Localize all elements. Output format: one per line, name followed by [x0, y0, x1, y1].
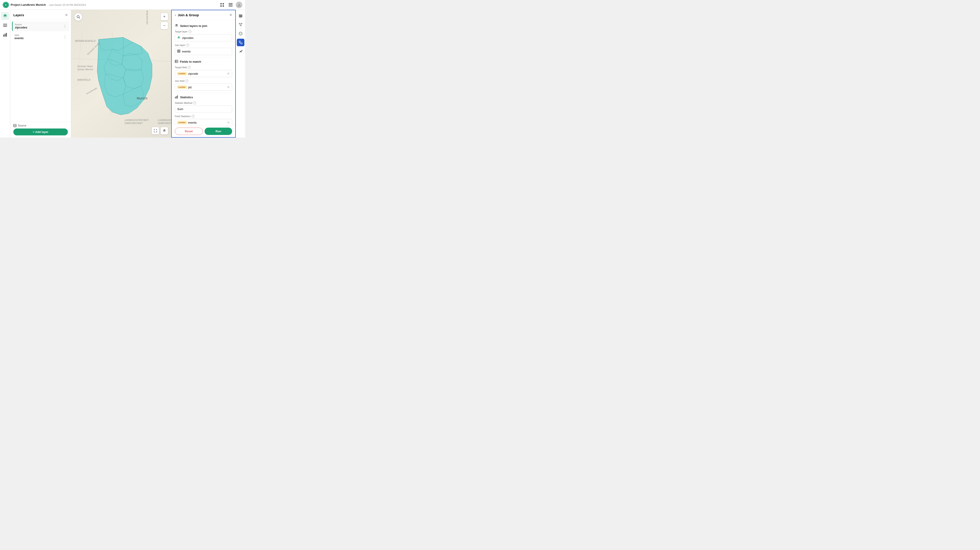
join-field-value: plz: [188, 86, 192, 89]
zoom-in-button[interactable]: +: [161, 13, 168, 21]
target-field-input[interactable]: number zipcode ✕: [175, 70, 232, 77]
join-layer-help-icon[interactable]: ?: [186, 44, 189, 47]
layer-menu-events[interactable]: ⋮: [63, 35, 67, 39]
style-sidebar-button[interactable]: [237, 30, 244, 37]
join-field-help-icon[interactable]: ?: [185, 79, 188, 83]
join-panel-footer: Reset Run: [172, 125, 235, 137]
add-layer-button[interactable]: + Add layer: [13, 129, 68, 135]
svg-rect-3: [220, 5, 222, 7]
svg-point-20: [77, 16, 79, 18]
field-statistics-label: Field Statistics ?: [175, 115, 232, 118]
map-label-munich: Munich: [137, 97, 148, 100]
map-layers-button[interactable]: [161, 127, 168, 135]
divider-2: [175, 93, 232, 93]
join-field-tag: number: [177, 86, 187, 89]
target-layer-help-icon[interactable]: ?: [188, 30, 191, 33]
map-label-berwiesenfeld: BERWIESENFELD: [75, 40, 95, 42]
svg-point-37: [240, 15, 240, 15]
field-statistics-input[interactable]: number events ✕: [175, 119, 232, 125]
join-panel-close-button[interactable]: ✕: [229, 13, 232, 17]
layers-header: Layers ✕: [10, 10, 71, 19]
svg-rect-9: [3, 24, 7, 24]
svg-rect-44: [239, 41, 240, 42]
database-icon: [13, 124, 16, 127]
map-label-german-heart: German HeartCenter Munich: [77, 65, 94, 71]
layer-type-events: table: [14, 34, 63, 37]
reset-button[interactable]: Reset: [175, 127, 203, 135]
svg-point-40: [239, 32, 242, 35]
main-layout: Layers ✕ feature zipcodes ⋮ table events…: [0, 10, 245, 138]
statistic-method-select[interactable]: Sum: [175, 106, 232, 113]
svg-rect-22: [177, 50, 180, 52]
svg-rect-12: [3, 35, 4, 37]
layer-name-events: events: [14, 37, 63, 40]
join-panel-body: Select layers to join Target layer ? zip…: [172, 20, 235, 125]
svg-point-47: [240, 52, 241, 52]
grid-icon-button[interactable]: [219, 2, 226, 8]
map-label-ludwigsvorstadt: LUDWIGSVORSTADT-ISARVORSTADT: [124, 119, 149, 125]
svg-line-21: [79, 17, 80, 19]
chart-nav-button[interactable]: [1, 31, 9, 39]
layers-nav-button[interactable]: [1, 12, 9, 20]
map-label-belgradstrasse: Belgradstraße: [146, 10, 148, 24]
map-bottom-controls: [152, 127, 168, 135]
svg-point-48: [242, 50, 242, 51]
layer-type-zipcodes: feature: [15, 23, 63, 26]
user-avatar[interactable]: [236, 2, 242, 8]
source-row: Source: [13, 124, 68, 127]
svg-rect-7: [229, 6, 232, 6]
join-layer-value: events: [182, 50, 230, 53]
svg-rect-6: [229, 5, 232, 5]
menu-nav-button[interactable]: [1, 21, 9, 29]
map-zoom-controls: + −: [161, 13, 168, 29]
layers-footer: Source + Add layer: [10, 122, 71, 138]
layers-close-button[interactable]: ✕: [65, 13, 68, 17]
join-field-input[interactable]: number plz ✕: [175, 84, 232, 91]
map-label-marsfeld: MARSFELD: [77, 79, 90, 81]
app-logo: [3, 2, 9, 8]
fullscreen-button[interactable]: [152, 127, 159, 135]
target-field-tag: number: [177, 72, 187, 75]
layer-item-zipcodes[interactable]: feature zipcodes ⋮: [12, 21, 69, 31]
join-layer-icon: [177, 49, 180, 53]
run-button[interactable]: Run: [205, 127, 232, 135]
select-layers-header: Select layers to join: [175, 24, 232, 28]
svg-rect-10: [3, 25, 7, 26]
statistic-method-help-icon[interactable]: ?: [193, 102, 196, 105]
svg-rect-31: [175, 97, 176, 99]
statistics-title: Statistics: [180, 95, 193, 99]
field-statistics-clear-button[interactable]: ✕: [227, 121, 230, 124]
target-layer-select[interactable]: zipcodes: [175, 34, 232, 41]
zoom-out-button[interactable]: −: [161, 22, 168, 29]
svg-rect-45: [241, 43, 242, 44]
layer-menu-zipcodes[interactable]: ⋮: [63, 24, 67, 29]
svg-point-41: [240, 33, 240, 33]
layer-item-events[interactable]: table events ⋮: [12, 32, 69, 42]
settings-sidebar-button[interactable]: [237, 12, 244, 19]
target-field-value: zipcode: [188, 72, 198, 75]
svg-point-8: [238, 3, 240, 5]
svg-rect-14: [6, 33, 7, 37]
layer-name-zipcodes: zipcodes: [15, 26, 63, 29]
statistics-header: Statistics: [175, 95, 232, 99]
analysis-sidebar-button[interactable]: [237, 48, 244, 55]
map-area[interactable]: SCHWABING HAIDHAUSEN Munich MARSFELD BER…: [71, 10, 171, 138]
target-field-clear-button[interactable]: ✕: [227, 72, 230, 75]
map-search-button[interactable]: [74, 13, 82, 21]
field-statistics-help-icon[interactable]: ?: [191, 115, 194, 118]
join-layer-select[interactable]: events: [175, 48, 232, 55]
fields-to-match-header: Fields to match: [175, 60, 232, 64]
back-button[interactable]: ‹: [175, 13, 176, 17]
join-sidebar-button[interactable]: [237, 39, 244, 46]
target-field-help-icon[interactable]: ?: [188, 66, 191, 69]
layers-list: feature zipcodes ⋮ table events ⋮: [10, 19, 71, 122]
left-nav: [0, 10, 10, 138]
join-field-clear-button[interactable]: ✕: [227, 85, 230, 89]
fields-to-match-title: Fields to match: [180, 60, 201, 64]
join-panel-title: Join & Group: [178, 13, 229, 17]
map-label-ludwigsvorstadt2: LUDWIGSVORSTADT-ISARVORSTADT: [158, 119, 171, 125]
statistic-method-value: Sum: [177, 107, 230, 111]
filter-sidebar-button[interactable]: [237, 21, 244, 29]
munich-polygon: [71, 10, 171, 138]
list-icon-button[interactable]: [227, 2, 234, 8]
